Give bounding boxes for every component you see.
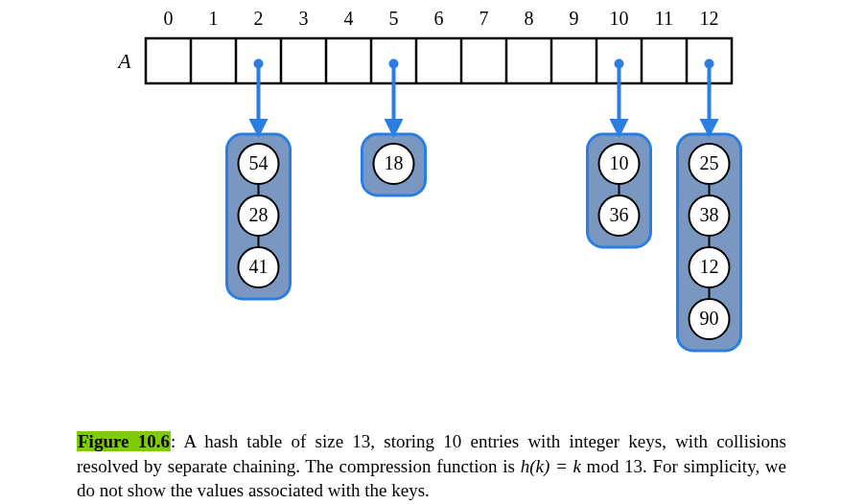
index-label: 1 bbox=[209, 8, 219, 29]
node-value: 38 bbox=[700, 204, 719, 225]
index-label: 9 bbox=[570, 8, 579, 29]
array-label: A bbox=[116, 49, 131, 73]
index-label: 5 bbox=[389, 8, 399, 29]
array-cells bbox=[146, 38, 732, 83]
figure-caption: Figure 10.6: A hash table of size 13, st… bbox=[77, 429, 786, 503]
compression-function: h(k) = k bbox=[521, 456, 581, 476]
node-value: 18 bbox=[385, 152, 404, 173]
node-value: 28 bbox=[249, 204, 269, 225]
node-value: 25 bbox=[700, 152, 719, 173]
node-value: 12 bbox=[700, 256, 719, 277]
index-label: 10 bbox=[610, 8, 629, 29]
node-value: 90 bbox=[700, 308, 719, 329]
index-label: 8 bbox=[525, 8, 534, 29]
figure-label: Figure 10.6 bbox=[77, 431, 171, 451]
node-value: 10 bbox=[610, 152, 629, 173]
index-label: 4 bbox=[344, 8, 354, 29]
index-label: 6 bbox=[434, 8, 444, 29]
index-label: 7 bbox=[479, 8, 489, 29]
node-value: 54 bbox=[249, 152, 269, 173]
index-label: 12 bbox=[700, 8, 719, 29]
index-label: 0 bbox=[164, 8, 174, 29]
index-label: 2 bbox=[254, 8, 264, 29]
node-value: 41 bbox=[249, 256, 269, 277]
index-label: 3 bbox=[299, 8, 309, 29]
hash-table-diagram: 0123456789101112A54284118103625381290 bbox=[0, 0, 865, 422]
node-value: 36 bbox=[610, 204, 629, 225]
index-label: 11 bbox=[655, 8, 673, 29]
